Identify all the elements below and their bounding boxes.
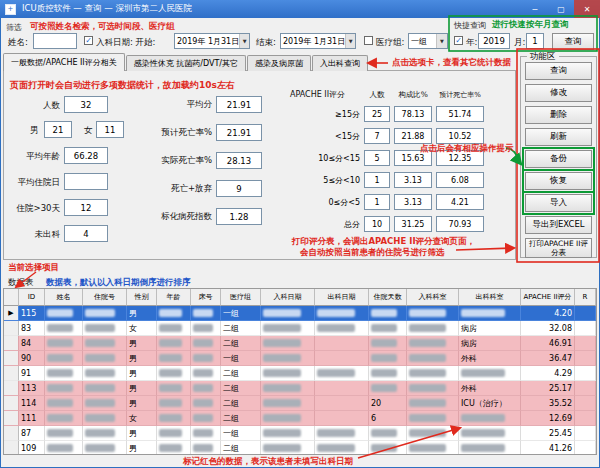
- export-excel-button[interactable]: 导出到EXCEL: [525, 216, 592, 234]
- yearmonth-checkbox[interactable]: ✓: [454, 36, 463, 45]
- table-cell: [83, 321, 127, 336]
- column-header[interactable]: 年龄: [157, 289, 191, 306]
- table-cell: [191, 426, 221, 441]
- apache-rows: ≥15分2578.1351.74<15分721.8810.5210≤分<1551…: [272, 106, 488, 232]
- table-row[interactable]: 84男二组病房46.91: [4, 336, 596, 351]
- table-cell: [369, 321, 407, 336]
- table-cell: [45, 321, 83, 336]
- row-selector[interactable]: [4, 441, 19, 455]
- row-selector[interactable]: [4, 396, 19, 411]
- row-selector[interactable]: [4, 321, 19, 336]
- table-cell: [45, 426, 83, 441]
- table-row[interactable]: ▶115男一组4.20: [4, 306, 596, 321]
- table-row[interactable]: 113男二组外科25.17: [4, 381, 596, 396]
- apache-range-label: 0≤分<5: [272, 197, 364, 208]
- indate-checkbox[interactable]: ✓: [84, 36, 93, 45]
- redacted-value: [263, 444, 301, 452]
- check-icon: ✓: [455, 37, 462, 45]
- table-cell: 4.20: [521, 306, 575, 321]
- app-icon: +: [5, 4, 16, 15]
- table-row[interactable]: 114男二组20ICU（治疗）35.52: [4, 396, 596, 411]
- minimize-button[interactable]: ─: [522, 0, 548, 18]
- row-selector[interactable]: [4, 411, 19, 426]
- maximize-button[interactable]: ▢: [548, 0, 574, 18]
- table-cell: [315, 441, 369, 455]
- table-cell: 84: [19, 336, 45, 351]
- row-selector[interactable]: [4, 366, 19, 381]
- print-apache-button[interactable]: 打印APACHE II评分表: [525, 238, 592, 258]
- row-selector[interactable]: [4, 426, 19, 441]
- table-cell: [157, 321, 191, 336]
- table-cell: [261, 396, 315, 411]
- column-header[interactable]: 医疗组: [221, 289, 261, 306]
- row-selector[interactable]: ▶: [4, 306, 19, 321]
- table-cell: [459, 411, 521, 426]
- import-button[interactable]: 导入: [525, 194, 592, 212]
- table-cell: [261, 321, 315, 336]
- tab-2[interactable]: 感染及病原菌: [247, 55, 311, 71]
- group-checkbox[interactable]: ✓: [364, 36, 373, 45]
- table-cell: 二组: [221, 411, 261, 426]
- column-header[interactable]: 出科日期: [315, 289, 369, 306]
- table-row[interactable]: 109男二组41.26: [4, 441, 596, 455]
- tab-1[interactable]: 感染性休克 抗菌药/DVT/其它: [126, 55, 246, 71]
- restore-button[interactable]: 恢复: [525, 172, 592, 190]
- column-header[interactable]: APACHE II评分: [521, 289, 575, 306]
- group-select[interactable]: 一组 ▼: [408, 33, 448, 49]
- apache-pct-value: 3.13: [394, 172, 432, 188]
- refresh-button[interactable]: 刷新: [525, 128, 592, 146]
- close-button[interactable]: ✕: [574, 0, 600, 18]
- table-cell: [45, 366, 83, 381]
- redacted-value: [193, 354, 213, 362]
- column-header[interactable]: 出科科室: [459, 289, 521, 306]
- column-header[interactable]: 性别: [127, 289, 157, 306]
- column-header[interactable]: 住院号: [83, 289, 127, 306]
- app-window: + ICU质控软件 — 查询 — 深圳市第二人民医院 ─ ▢ ✕ 筛选 姓名: …: [0, 0, 600, 468]
- column-header[interactable]: 住院天数: [369, 289, 407, 306]
- table-row[interactable]: 83女二组病房32.08: [4, 321, 596, 336]
- apache-pct-value: 21.88: [394, 128, 432, 144]
- table-cell: [315, 321, 369, 336]
- table-cell: [157, 426, 191, 441]
- row-selector[interactable]: [4, 381, 19, 396]
- apache-range-label: ≥15分: [272, 109, 364, 120]
- redacted-value: [85, 369, 115, 377]
- table-cell: [315, 336, 369, 351]
- column-header[interactable]: 姓名: [45, 289, 83, 306]
- table-row[interactable]: 87男一组25.45: [4, 426, 596, 441]
- redacted-value: [47, 339, 73, 347]
- table-cell: [191, 306, 221, 321]
- column-header[interactable]: 床号: [191, 289, 221, 306]
- table-cell: [261, 336, 315, 351]
- column-header[interactable]: R: [575, 289, 596, 306]
- start-date-picker[interactable]: 2019年 1月31日 ▼: [174, 33, 250, 49]
- row-selector[interactable]: [4, 336, 19, 351]
- column-header[interactable]: 入科日期: [261, 289, 315, 306]
- apache-pred-value: 51.74: [436, 106, 484, 122]
- end-date-picker[interactable]: 2019年 1月31日 ▼: [280, 33, 356, 49]
- table-cell: 12.69: [521, 411, 575, 426]
- name-search-input[interactable]: [33, 33, 77, 49]
- table-row[interactable]: 91男二组4.29: [4, 366, 596, 381]
- modify-button[interactable]: 修改: [525, 84, 592, 102]
- tab-3[interactable]: 入出科查询: [312, 55, 368, 71]
- redacted-value: [371, 444, 397, 452]
- indate-label: 入科日期: 开始:: [96, 37, 155, 49]
- apache-col-pct: 构成比%: [394, 90, 432, 100]
- query-button[interactable]: 查询: [552, 33, 594, 50]
- redacted-value: [85, 339, 115, 347]
- func-query-button[interactable]: 查询: [525, 62, 592, 80]
- table-cell: ICU（治疗）: [459, 396, 521, 411]
- row-selector[interactable]: [4, 351, 19, 366]
- tab-0[interactable]: 一般数据/APACHE II评分相关: [3, 53, 125, 71]
- column-header[interactable]: ID: [19, 289, 45, 306]
- redacted-value: [317, 324, 355, 332]
- month-input[interactable]: 1: [526, 33, 544, 49]
- table-row[interactable]: 90男一组外科36.47: [4, 351, 596, 366]
- table-row[interactable]: 111女二组612.69: [4, 411, 596, 426]
- backup-button[interactable]: 备份: [525, 150, 592, 168]
- delete-button[interactable]: 删除: [525, 106, 592, 124]
- column-header[interactable]: 入科科室: [407, 289, 459, 306]
- redacted-value: [159, 339, 182, 347]
- year-input[interactable]: 2019: [478, 33, 510, 49]
